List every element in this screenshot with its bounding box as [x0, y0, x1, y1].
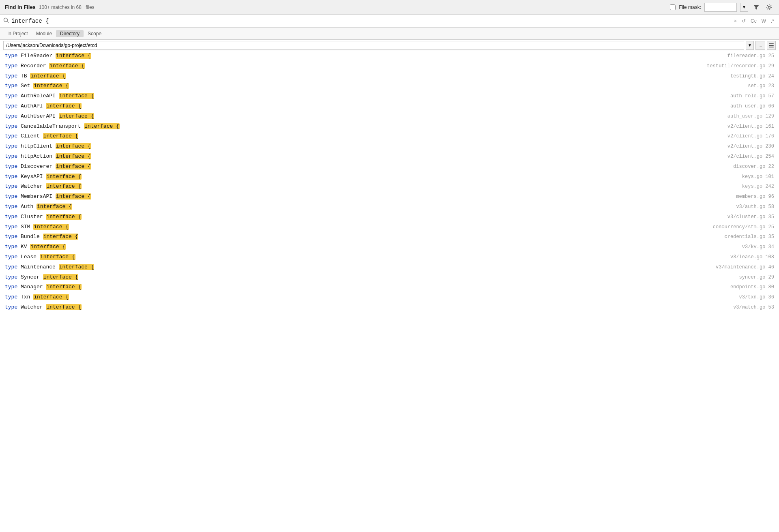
- search-bar: × ↺ Cc W .*: [0, 15, 779, 28]
- search-input[interactable]: [11, 18, 730, 24]
- result-code: type Client interface {: [5, 132, 78, 141]
- table-row[interactable]: type KV interface { v3/kv.go 34: [0, 242, 779, 252]
- result-location: v2/client.go 254: [727, 153, 774, 161]
- table-row[interactable]: type Discoverer interface { discover.go …: [0, 162, 779, 172]
- options-icon: [768, 43, 774, 48]
- close-search-btn[interactable]: ×: [732, 17, 738, 25]
- match-count: 100+ matches in 68+ files: [39, 4, 95, 10]
- result-location: v2/client.go 176: [727, 133, 774, 140]
- table-row[interactable]: type Manager interface { endpoints.go 80: [0, 282, 779, 292]
- table-row[interactable]: type FileReader interface { filereader.g…: [0, 51, 779, 61]
- result-location: v2/client.go 161: [727, 123, 774, 131]
- table-row[interactable]: type AuthUserAPI interface { auth_user.g…: [0, 112, 779, 122]
- table-row[interactable]: type MembersAPI interface { members.go 9…: [0, 192, 779, 202]
- settings-icon: [766, 4, 773, 11]
- svg-rect-6: [769, 47, 774, 47]
- result-location: v3/cluster.go 35: [727, 213, 774, 221]
- result-code: type Auth interface {: [5, 203, 72, 211]
- results-area[interactable]: type FileReader interface { filereader.g…: [0, 51, 779, 532]
- result-code: type MembersAPI interface {: [5, 193, 91, 201]
- result-code: type AuthUserAPI interface {: [5, 112, 94, 121]
- file-mask-checkbox[interactable]: [670, 4, 676, 10]
- result-location: v3/kv.go 34: [742, 243, 774, 251]
- table-row[interactable]: type httpAction interface { v2/client.go…: [0, 152, 779, 162]
- directory-dropdown-btn[interactable]: ▼: [746, 41, 754, 50]
- settings-icon-btn[interactable]: [764, 3, 774, 11]
- table-row[interactable]: type AuthRoleAPI interface { auth_role.g…: [0, 91, 779, 101]
- result-location: v3/lease.go 108: [730, 253, 774, 261]
- result-code: type Cluster interface {: [5, 213, 82, 221]
- table-row[interactable]: type Recorder interface { testutil/recor…: [0, 61, 779, 71]
- tab-in-project[interactable]: In Project: [3, 30, 32, 37]
- table-row[interactable]: type STM interface { concurrency/stm.go …: [0, 222, 779, 232]
- svg-marker-0: [753, 5, 759, 10]
- table-row[interactable]: type Auth interface { v3/auth.go 58: [0, 202, 779, 212]
- result-code: type Watcher interface {: [5, 182, 82, 191]
- svg-line-3: [7, 21, 9, 23]
- table-row[interactable]: type Maintenance interface { v3/maintena…: [0, 262, 779, 272]
- result-location: auth_role.go 57: [730, 92, 774, 100]
- directory-options-btn[interactable]: [767, 41, 776, 50]
- top-bar-left: Find in Files 100+ matches in 68+ files: [5, 4, 95, 10]
- refresh-search-btn[interactable]: ↺: [740, 17, 747, 25]
- directory-browse-btn[interactable]: ...: [755, 41, 765, 50]
- table-row[interactable]: type httpClient interface { v2/client.go…: [0, 142, 779, 152]
- table-row[interactable]: type Client interface { v2/client.go 176: [0, 131, 779, 142]
- svg-point-2: [4, 18, 8, 22]
- table-row[interactable]: type TB interface { testingtb.go 24: [0, 71, 779, 82]
- result-code: type AuthRoleAPI interface {: [5, 92, 94, 101]
- table-row[interactable]: type Watcher interface { v3/watch.go 53: [0, 302, 779, 313]
- result-location: testutil/recorder.go 29: [707, 62, 774, 70]
- result-code: type Watcher interface {: [5, 303, 82, 312]
- case-sensitive-btn[interactable]: Cc: [749, 17, 758, 25]
- table-row[interactable]: type Lease interface { v3/lease.go 108: [0, 252, 779, 262]
- result-code: type CancelableTransport interface {: [5, 122, 120, 131]
- result-location: keys.go 101: [742, 173, 774, 181]
- whole-word-btn[interactable]: W: [760, 17, 768, 25]
- result-code: type FileReader interface {: [5, 52, 91, 60]
- result-location: keys.go 242: [742, 183, 774, 191]
- find-in-files-label: Find in Files: [5, 4, 36, 10]
- result-location: set.go 23: [748, 82, 774, 90]
- table-row[interactable]: type Txn interface { v3/txn.go 36: [0, 292, 779, 302]
- file-mask-label: File mask:: [679, 4, 701, 10]
- search-actions: × ↺ Cc W .*: [732, 17, 776, 25]
- table-row[interactable]: type AuthAPI interface { auth_user.go 66: [0, 101, 779, 112]
- result-code: type Lease interface {: [5, 253, 75, 262]
- search-icon: [3, 17, 9, 24]
- tab-scope[interactable]: Scope: [84, 30, 105, 37]
- result-code: type Discoverer interface {: [5, 163, 91, 171]
- result-code: type Txn interface {: [5, 293, 69, 302]
- result-location: v3/maintenance.go 46: [716, 264, 774, 271]
- tab-directory[interactable]: Directory: [56, 30, 84, 37]
- result-location: v3/auth.go 58: [736, 203, 774, 211]
- result-location: discover.go 22: [733, 163, 774, 171]
- result-location: endpoints.go 80: [730, 283, 774, 291]
- regex-btn[interactable]: .*: [769, 17, 776, 25]
- result-code: type Maintenance interface {: [5, 263, 94, 272]
- file-mask-dropdown-btn[interactable]: ▼: [740, 3, 748, 12]
- top-bar: Find in Files 100+ matches in 68+ files …: [0, 0, 779, 15]
- tab-module[interactable]: Module: [32, 30, 56, 37]
- table-row[interactable]: type Set interface { set.go 23: [0, 81, 779, 91]
- top-bar-right: File mask: ▼: [670, 3, 774, 12]
- table-row[interactable]: type Watcher interface { keys.go 242: [0, 182, 779, 192]
- table-row[interactable]: type Bundle interface { credentials.go 3…: [0, 232, 779, 242]
- svg-rect-4: [769, 43, 774, 44]
- result-location: v3/watch.go 53: [733, 304, 774, 311]
- result-code: type KV interface {: [5, 243, 66, 251]
- filter-icon-btn[interactable]: [751, 3, 761, 11]
- table-row[interactable]: type Cluster interface { v3/cluster.go 3…: [0, 212, 779, 222]
- svg-point-1: [768, 6, 770, 8]
- result-code: type KeysAPI interface {: [5, 173, 82, 181]
- result-code: type Set interface {: [5, 82, 69, 90]
- result-location: v3/txn.go 36: [739, 294, 774, 301]
- table-row[interactable]: type KeysAPI interface { keys.go 101: [0, 172, 779, 182]
- result-location: testingtb.go 24: [730, 73, 774, 80]
- table-row[interactable]: type CancelableTransport interface { v2/…: [0, 122, 779, 132]
- directory-input[interactable]: [3, 41, 744, 50]
- file-mask-input[interactable]: [704, 3, 737, 12]
- result-code: type STM interface {: [5, 223, 69, 232]
- table-row[interactable]: type Syncer interface { syncer.go 29: [0, 272, 779, 283]
- result-location: auth_user.go 129: [727, 113, 774, 120]
